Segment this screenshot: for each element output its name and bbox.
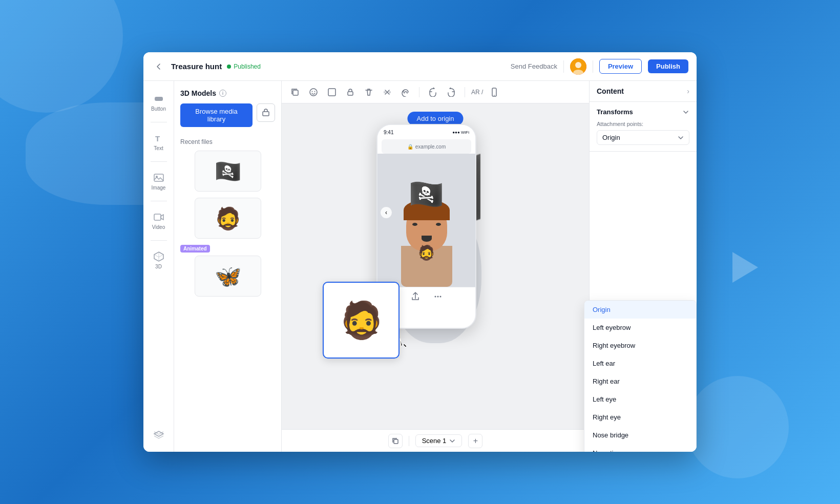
phone-time: 9:41 (384, 130, 393, 135)
preview-button[interactable]: Preview (599, 59, 642, 74)
triangle-decoration (732, 252, 758, 283)
svg-text:T: T (155, 134, 160, 143)
right-panel-title: Content (597, 87, 624, 95)
toolbar-divider-2 (465, 87, 465, 97)
svg-point-11 (312, 91, 313, 92)
recent-files-label: Recent files (180, 138, 275, 145)
canvas-toolbar: AR / (282, 81, 589, 103)
header-right: Send Feedback Preview Publish (511, 58, 688, 75)
avatar (570, 58, 586, 75)
scene-label: Scene 1 (422, 437, 447, 445)
dropdown-item-nose-bridge[interactable]: Nose bridge (584, 426, 696, 444)
scene-controls: Scene 1 + (388, 434, 483, 448)
sidebar-divider-4 (151, 240, 167, 241)
file-thumb-hat: 🏴‍☠️ (195, 151, 261, 192)
attachment-dropdown[interactable]: Origin (597, 130, 689, 145)
attachment-dropdown-menu: Origin Left eyebrow Right eyebrow Left e… (584, 300, 697, 452)
svg-point-21 (439, 296, 441, 297)
scene-selector[interactable]: Scene 1 (415, 434, 463, 447)
info-icon[interactable]: i (219, 90, 226, 97)
toolbar-redo-icon[interactable] (444, 85, 458, 99)
dropdown-item-nose-tip[interactable]: Nose tip (584, 444, 696, 452)
sidebar-item-image[interactable]: Image (145, 168, 172, 195)
svg-point-18 (494, 95, 495, 96)
svg-rect-7 (154, 214, 161, 220)
header-left: Treasure hunt Published (152, 59, 511, 74)
svg-rect-3 (155, 97, 163, 101)
toolbar-cross-icon[interactable] (380, 85, 394, 99)
sidebar-item-image-label: Image (152, 185, 166, 191)
svg-rect-9 (293, 90, 298, 95)
svg-rect-16 (389, 91, 391, 93)
file-thumb-beard: 🧔 (195, 198, 261, 239)
transforms-toggle[interactable]: Transforms (597, 108, 689, 116)
app-window: Treasure hunt Published Send Feedback Pr… (143, 52, 697, 452)
sidebar-item-video[interactable]: Video (145, 207, 172, 234)
dropdown-item-left-eyebrow[interactable]: Left eyebrow (584, 319, 696, 337)
toolbar-copy-icon[interactable] (288, 85, 302, 99)
project-name: Treasure hunt (171, 62, 222, 71)
phone-person: 🧔 🏴‍☠️ (391, 174, 463, 287)
toolbar-phone-icon[interactable] (487, 85, 501, 99)
phone-more-icon[interactable] (433, 291, 443, 304)
sidebar-bottom (145, 424, 172, 444)
toolbar-undo-icon[interactable] (426, 85, 440, 99)
dropdown-item-right-ear[interactable]: Right ear (584, 372, 696, 390)
header-divider (563, 60, 564, 73)
svg-rect-15 (384, 91, 386, 93)
sidebar-item-3d-label: 3D (155, 264, 162, 269)
send-feedback-link[interactable]: Send Feedback (511, 62, 557, 70)
dropdown-item-left-ear[interactable]: Left ear (584, 354, 696, 372)
canvas-area: AR / Add to origin 🏴‍☠️ (282, 81, 589, 452)
upload-button[interactable] (257, 103, 275, 122)
svg-rect-8 (263, 112, 269, 116)
toolbar-fingerprint-icon[interactable] (398, 85, 413, 99)
browse-media-button[interactable]: Browse media library (180, 103, 253, 127)
sidebar-item-text[interactable]: T Text (145, 129, 172, 155)
add-scene-button[interactable]: + (468, 434, 482, 448)
file-item-hat[interactable]: 🏴‍☠️ (180, 151, 275, 192)
dropdown-item-origin[interactable]: Origin (584, 301, 696, 319)
sidebar-item-3d[interactable]: 3D (145, 247, 172, 274)
right-panel-header: Content › (590, 81, 697, 102)
toolbar-divider-1 (419, 87, 419, 97)
phone-content: ‹ (377, 154, 475, 287)
status-dot (227, 65, 231, 69)
copy-scene-button[interactable] (388, 434, 403, 448)
svg-rect-14 (348, 92, 353, 95)
back-button[interactable] (152, 59, 166, 74)
publish-button[interactable]: Publish (648, 59, 688, 73)
browse-row: Browse media library (180, 103, 275, 131)
dragging-beard-item[interactable]: 🧔 (323, 282, 400, 359)
attachment-points-label: Attachment points: (597, 121, 689, 127)
bottom-bar: Scene 1 + (282, 429, 589, 452)
bottom-divider (409, 436, 409, 446)
toolbar-lock-icon[interactable] (343, 85, 358, 99)
file-item-butterfly[interactable]: Animated 🦋 (180, 245, 275, 297)
sidebar-item-button[interactable]: Button (145, 89, 172, 116)
svg-point-12 (314, 91, 316, 92)
sidebar-item-layers[interactable] (145, 424, 172, 444)
sidebar-divider-2 (151, 161, 167, 162)
right-panel-chevron-icon: › (687, 87, 689, 95)
phone-share-icon[interactable] (410, 291, 421, 304)
transforms-section: Transforms Attachment points: Origin (590, 102, 697, 152)
phone-url: example.com (415, 144, 446, 150)
toolbar-frame-icon[interactable] (325, 85, 339, 99)
sidebar-item-button-label: Button (151, 106, 166, 112)
ar-label: AR / (471, 89, 483, 96)
sidebar-divider-3 (151, 201, 167, 201)
dropdown-item-right-eyebrow[interactable]: Right eyebrow (584, 337, 696, 354)
dropdown-item-right-eye[interactable]: Right eye (584, 408, 696, 426)
add-to-origin-button[interactable]: Add to origin (408, 112, 464, 125)
toolbar-delete-icon[interactable] (362, 85, 376, 99)
svg-point-20 (437, 296, 438, 297)
file-item-beard[interactable]: 🧔 (180, 198, 275, 239)
svg-point-10 (310, 89, 317, 96)
svg-rect-22 (394, 439, 398, 444)
icon-sidebar: Button T Text Image (143, 81, 174, 452)
dropdown-item-left-eye[interactable]: Left eye (584, 390, 696, 408)
cursor-pointer (400, 338, 408, 351)
toolbar-smiley-icon[interactable] (306, 85, 321, 99)
phone-nav-back[interactable]: ‹ (381, 207, 392, 218)
